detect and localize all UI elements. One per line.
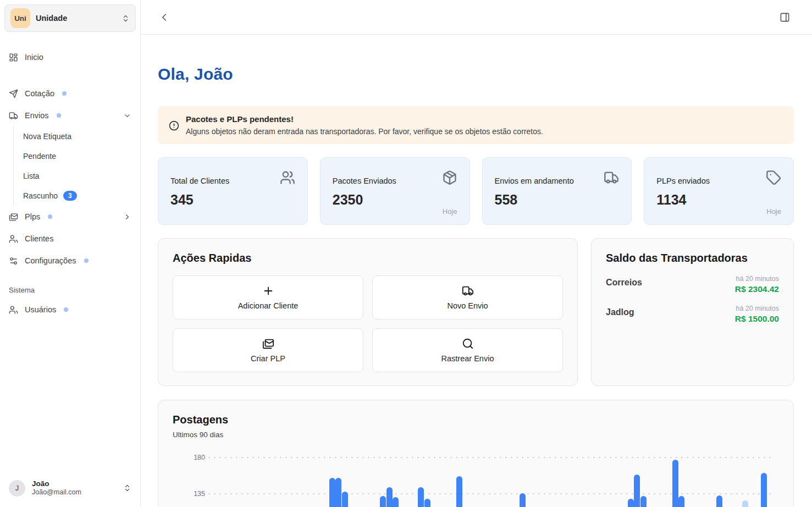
chart-bar-day-28 bbox=[386, 487, 393, 507]
back-button[interactable] bbox=[156, 9, 172, 25]
unit-selector[interactable]: Uni Unidade bbox=[4, 4, 136, 32]
stat-card-4: PLPs enviados1134Hoje bbox=[644, 157, 794, 225]
sidebar-subitem-label: Rascunho bbox=[23, 191, 58, 200]
users-icon bbox=[9, 305, 18, 315]
user-name: João bbox=[32, 480, 117, 489]
chevrons-up-down-icon bbox=[123, 484, 131, 492]
sidebar-subitem-nova-etiqueta[interactable]: Nova Etiqueta bbox=[14, 126, 136, 146]
gridline-135 bbox=[208, 493, 772, 494]
sidebar-item-clientes[interactable]: Clientes bbox=[4, 228, 136, 250]
stat-label: Total de Clientes bbox=[170, 177, 295, 185]
stat-value: 558 bbox=[495, 192, 620, 208]
panel-right-icon bbox=[780, 12, 790, 23]
chart-bar-day-74 bbox=[678, 496, 684, 507]
topbar bbox=[141, 0, 812, 35]
chevrons-up-down-icon bbox=[121, 14, 130, 23]
chart-bar-day-67 bbox=[634, 475, 640, 507]
sidebar-submenu-envios: Nova EtiquetaPendenteListaRascunho3 bbox=[13, 126, 136, 206]
page-greeting: Ola, João bbox=[158, 65, 794, 84]
stat-note: Hoje bbox=[766, 207, 781, 216]
stat-card-3: Envios em andamento558 bbox=[482, 157, 632, 225]
chart-title: Postagens bbox=[173, 414, 779, 426]
sidebar-section-label: Sistema bbox=[4, 280, 136, 299]
carrier-balance-amount: R$ 1500.00 bbox=[735, 313, 779, 325]
users-lg-icon bbox=[280, 170, 295, 185]
sidebar-subitem-rascunho[interactable]: Rascunho3 bbox=[14, 186, 136, 206]
stat-note: Hoje bbox=[443, 207, 457, 216]
sidebar-item-cotacao[interactable]: Cotação bbox=[4, 82, 136, 104]
carrier-balance-values: há 20 minutosR$ 2304.42 bbox=[735, 274, 779, 295]
quick-action-label: Rastrear Envio bbox=[441, 354, 494, 363]
sidebar-item-configuracoes[interactable]: Configurações bbox=[4, 250, 136, 272]
novo-envio-button[interactable]: Novo Envio bbox=[372, 275, 563, 319]
sidebar-item-label: Clientes bbox=[25, 234, 53, 243]
sidebar-item-envios[interactable]: Envios bbox=[4, 104, 136, 126]
stat-label: Pacotes Enviados bbox=[333, 177, 457, 185]
circle-alert-icon bbox=[169, 115, 179, 136]
sidebar: Uni Unidade InicioCotaçãoEnviosNova Etiq… bbox=[0, 0, 141, 507]
rastrear-envio-button[interactable]: Rastrear Envio bbox=[372, 328, 563, 372]
draft-count-badge: 3 bbox=[63, 191, 77, 201]
toggle-panel-button[interactable] bbox=[777, 10, 792, 25]
stats-row: Total de Clientes345Pacotes Enviados2350… bbox=[158, 157, 794, 225]
gridline-180 bbox=[208, 457, 772, 458]
sidebar-item-plps[interactable]: Plps bbox=[4, 206, 136, 228]
chart-bar-day-27 bbox=[380, 496, 386, 507]
chart-bar-day-21 bbox=[342, 492, 348, 507]
dashboard-icon bbox=[9, 53, 18, 62]
settings-icon bbox=[9, 256, 18, 266]
sidebar-subitem-label: Pendente bbox=[23, 152, 56, 161]
criar-plp-button[interactable]: Criar PLP bbox=[173, 328, 363, 372]
chart-bar-day-19 bbox=[329, 478, 335, 507]
sidebar-item-label: Configurações bbox=[25, 256, 76, 265]
stat-label: Envios em andamento bbox=[495, 177, 620, 185]
carrier-name: Correios bbox=[606, 278, 642, 288]
chart-bar-day-20 bbox=[335, 478, 341, 507]
quick-action-label: Novo Envio bbox=[447, 301, 488, 310]
mails-icon bbox=[262, 338, 274, 350]
stat-label: PLPs enviados bbox=[656, 177, 781, 185]
user-menu[interactable]: J João João@mail.com bbox=[4, 474, 136, 503]
sidebar-item-inicio[interactable]: Inicio bbox=[4, 46, 136, 68]
carrier-balance-values: há 20 minutosR$ 1500.00 bbox=[735, 304, 779, 325]
chart-bar-day-84 bbox=[742, 500, 748, 507]
chart-bar-day-68 bbox=[640, 496, 647, 507]
quick-actions-grid: Adicionar ClienteNovo EnvioCriar PLPRast… bbox=[173, 275, 563, 372]
content: Ola, João Pacotes e PLPs pendentes! Algu… bbox=[141, 35, 812, 507]
middle-row: Ações Rapidas Adicionar ClienteNovo Envi… bbox=[158, 238, 794, 386]
stat-value: 345 bbox=[170, 192, 295, 208]
chevron-down-icon bbox=[123, 112, 131, 120]
unit-name: Unidade bbox=[36, 14, 116, 23]
carrier-balance-rows: Correioshá 20 minutosR$ 2304.42Jadloghá … bbox=[606, 274, 779, 325]
sidebar-subitem-lista[interactable]: Lista bbox=[14, 166, 136, 186]
sidebar-subitem-pendente[interactable]: Pendente bbox=[14, 146, 136, 166]
quick-actions-title: Ações Rapidas bbox=[173, 252, 563, 264]
carrier-updated-ago: há 20 minutos bbox=[735, 274, 779, 284]
truck-icon bbox=[604, 170, 619, 185]
user-email: João@mail.com bbox=[32, 488, 117, 497]
quick-actions-card: Ações Rapidas Adicionar ClienteNovo Envi… bbox=[158, 238, 578, 386]
chart-bar-day-80 bbox=[716, 495, 722, 507]
alert-description: Alguns objetos não deram entrada nas tra… bbox=[186, 127, 543, 136]
package-icon bbox=[442, 170, 457, 185]
stat-value: 2350 bbox=[333, 192, 457, 208]
alert-title: Pacotes e PLPs pendentes! bbox=[186, 114, 543, 124]
send-icon bbox=[9, 89, 18, 98]
chart-bar-day-29 bbox=[393, 497, 399, 507]
search-icon bbox=[462, 338, 474, 350]
stat-card-1: Total de Clientes345 bbox=[158, 157, 308, 225]
chart-y-axis: 180135 bbox=[173, 458, 208, 507]
notification-dot bbox=[84, 258, 89, 263]
sidebar-subitem-label: Nova Etiqueta bbox=[23, 132, 71, 141]
chart-bar-day-87 bbox=[761, 473, 767, 507]
y-tick-label: 135 bbox=[194, 490, 205, 498]
adicionar-cliente-button[interactable]: Adicionar Cliente bbox=[173, 275, 363, 319]
carrier-balance-card: Saldo das Transportadoras Correioshá 20 … bbox=[591, 238, 794, 386]
chart-bar-day-39 bbox=[456, 476, 462, 507]
chevron-left-icon bbox=[158, 12, 170, 23]
main-area: Ola, João Pacotes e PLPs pendentes! Algu… bbox=[141, 0, 812, 507]
chart-bar-day-49 bbox=[520, 493, 526, 507]
carrier-balance-row: Jadloghá 20 minutosR$ 1500.00 bbox=[606, 304, 779, 325]
sidebar-item-usuarios[interactable]: Usuários bbox=[4, 299, 136, 321]
bar-chart: 180135 bbox=[173, 458, 779, 507]
